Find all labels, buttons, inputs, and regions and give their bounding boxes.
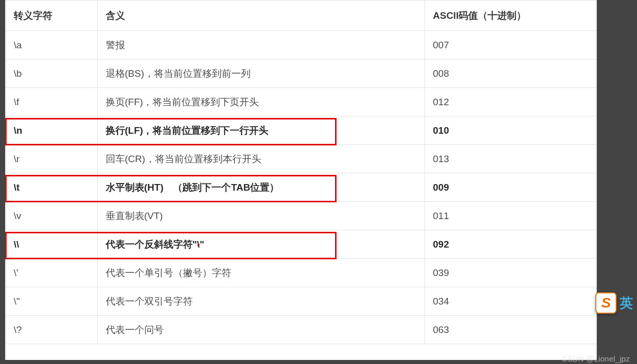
cell-ascii: 008 bbox=[424, 59, 596, 88]
meaning-pre: 代表一个反斜线字符" bbox=[106, 239, 197, 250]
cell-ascii: 034 bbox=[424, 287, 596, 316]
cell-escape: \a bbox=[6, 31, 97, 59]
table-row: \v垂直制表(VT)011 bbox=[6, 202, 596, 230]
cell-escape: \\ bbox=[6, 230, 97, 259]
cell-ascii: 010 bbox=[424, 116, 596, 145]
col-header-escape: 转义字符 bbox=[6, 1, 97, 31]
cell-ascii: 063 bbox=[424, 316, 596, 344]
cell-meaning: 代表一个问号 bbox=[97, 316, 424, 344]
cell-meaning: 代表一个反斜线字符"\" bbox=[97, 230, 424, 259]
table-row: \r回车(CR)，将当前位置移到本行开头013 bbox=[6, 145, 596, 173]
cell-meaning: 退格(BS)，将当前位置移到前一列 bbox=[97, 59, 424, 88]
cell-ascii: 012 bbox=[424, 88, 596, 116]
cell-escape: \' bbox=[6, 259, 97, 287]
table-row: \n换行(LF)，将当前位置移到下一行开头010 bbox=[6, 116, 596, 145]
col-header-meaning: 含义 bbox=[97, 1, 424, 31]
cell-escape: \? bbox=[6, 316, 97, 344]
cell-meaning: 代表一个双引号字符 bbox=[97, 287, 424, 316]
table-row: \b退格(BS)，将当前位置移到前一列008 bbox=[6, 59, 596, 88]
csdn-watermark: CSDN @Lionel_jpz bbox=[562, 354, 630, 363]
cell-meaning: 换行(LF)，将当前位置移到下一行开头 bbox=[97, 116, 424, 145]
table-row: \"代表一个双引号字符034 bbox=[6, 287, 596, 316]
table-row: \\代表一个反斜线字符"\"092 bbox=[6, 230, 596, 259]
table-row: \t水平制表(HT) （跳到下一个TAB位置）009 bbox=[6, 173, 596, 202]
cell-escape: \n bbox=[6, 116, 97, 145]
sogou-ime-badge[interactable]: S 英 bbox=[595, 289, 637, 317]
cell-meaning: 垂直制表(VT) bbox=[97, 202, 424, 230]
sogou-logo-icon: S bbox=[595, 292, 617, 314]
cell-ascii: 039 bbox=[424, 259, 596, 287]
table-row: \a警报007 bbox=[6, 31, 596, 59]
table-row: \f换页(FF)，将当前位置移到下页开头012 bbox=[6, 88, 596, 116]
cell-ascii: 011 bbox=[424, 202, 596, 230]
cell-escape: \v bbox=[6, 202, 97, 230]
cell-escape: \r bbox=[6, 145, 97, 173]
cell-ascii: 013 bbox=[424, 145, 596, 173]
cell-escape: \f bbox=[6, 88, 97, 116]
cell-meaning: 代表一个单引号（撇号）字符 bbox=[97, 259, 424, 287]
cell-escape: \" bbox=[6, 287, 97, 316]
cell-ascii: 092 bbox=[424, 230, 596, 259]
table-row: \?代表一个问号063 bbox=[6, 316, 596, 344]
table-row: \'代表一个单引号（撇号）字符039 bbox=[6, 259, 596, 287]
sogou-s-glyph: S bbox=[601, 295, 611, 311]
cell-ascii: 009 bbox=[424, 173, 596, 202]
meaning-post: " bbox=[200, 239, 204, 250]
escape-table: 转义字符 含义 ASCII码值（十进制） \a警报007\b退格(BS)，将当前… bbox=[6, 0, 596, 344]
escape-table-container: 转义字符 含义 ASCII码值（十进制） \a警报007\b退格(BS)，将当前… bbox=[5, 0, 597, 360]
cell-meaning: 警报 bbox=[97, 31, 424, 59]
table-header-row: 转义字符 含义 ASCII码值（十进制） bbox=[6, 1, 596, 31]
meaning-strike: \ bbox=[197, 239, 200, 250]
sogou-mode-label: 英 bbox=[620, 294, 633, 312]
cell-escape: \t bbox=[6, 173, 97, 202]
cell-meaning: 换页(FF)，将当前位置移到下页开头 bbox=[97, 88, 424, 116]
cell-escape: \b bbox=[6, 59, 97, 88]
cell-ascii: 007 bbox=[424, 31, 596, 59]
cell-meaning: 水平制表(HT) （跳到下一个TAB位置） bbox=[97, 173, 424, 202]
cell-meaning: 回车(CR)，将当前位置移到本行开头 bbox=[97, 145, 424, 173]
col-header-ascii: ASCII码值（十进制） bbox=[424, 1, 596, 31]
